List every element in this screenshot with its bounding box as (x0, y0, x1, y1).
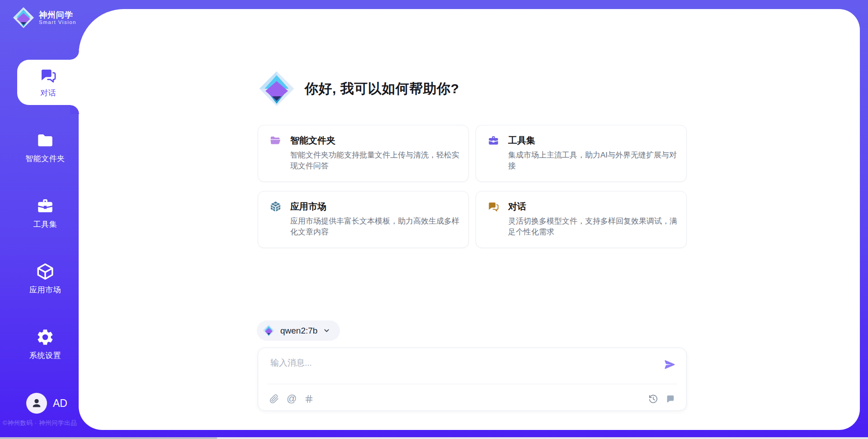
sidebar-item-label: 系统设置 (29, 350, 61, 361)
history-icon[interactable] (648, 394, 658, 404)
sidebar-item-label: 对话 (40, 88, 56, 98)
toolbox-icon (36, 196, 55, 215)
card-title: 应用市场 (290, 200, 326, 213)
card-toolset[interactable]: 工具集 集成市场上主流工具，助力AI与外界无缝扩展与对接 (476, 125, 687, 182)
sidebar-item-settings[interactable]: 系统设置 (12, 322, 79, 366)
brand-subtitle: Smart Vision (39, 19, 76, 25)
open-folder-icon (269, 134, 282, 147)
horizontal-scrollbar[interactable] (0, 437, 868, 439)
brand-logo-icon (13, 7, 34, 29)
chevron-down-icon (323, 327, 330, 334)
model-logo-icon (263, 324, 275, 337)
greeting: 你好, 我可以如何帮助你? (259, 71, 459, 107)
app-logo-icon (259, 71, 295, 107)
tab-fillet-bottom (70, 105, 79, 114)
person-icon (30, 397, 43, 410)
chat-bubble-icon[interactable] (665, 394, 675, 404)
tab-fillet-top (70, 51, 79, 60)
send-icon[interactable] (664, 358, 676, 371)
model-selector[interactable]: qwen2:7b (257, 320, 340, 341)
feature-cards: 智能文件夹 智能文件夹功能支持批量文件上传与清洗，轻松实现文件问答 工具集 集成… (258, 125, 687, 248)
chat-bubbles-icon (487, 200, 500, 213)
card-title: 对话 (508, 200, 526, 213)
folder-icon (36, 131, 55, 150)
mention-icon[interactable]: @ (287, 394, 297, 404)
composer: @ (258, 348, 687, 411)
sidebar-item-label: 工具集 (33, 219, 57, 229)
card-title: 智能文件夹 (290, 134, 335, 147)
brand-name: 神州问学 (39, 10, 76, 20)
scrollbar-thumb[interactable] (0, 437, 217, 439)
hash-icon[interactable] (304, 394, 314, 404)
attachment-icon[interactable] (269, 394, 279, 404)
user-profile[interactable]: AD (26, 393, 67, 414)
card-description: 智能文件夹功能支持批量文件上传与清洗，轻松实现文件问答 (290, 150, 460, 172)
app-window: 神州问学 Smart Vision 对话 智能文件夹 (0, 0, 868, 439)
toolbox-icon (487, 134, 500, 147)
card-smart-folder[interactable]: 智能文件夹 智能文件夹功能支持批量文件上传与清洗，轻松实现文件问答 (258, 125, 469, 182)
card-description: 应用市场提供丰富长文本模板，助力高效生成多样化文章内容 (290, 216, 460, 238)
card-chat[interactable]: 对话 灵活切换多模型文件，支持多样回复效果调试，满足个性化需求 (476, 191, 687, 248)
card-app-market[interactable]: 应用市场 应用市场提供丰富长文本模板，助力高效生成多样化文章内容 (258, 191, 469, 248)
gear-icon (36, 328, 55, 347)
grid-cube-icon (269, 200, 282, 213)
card-description: 灵活切换多模型文件，支持多样回复效果调试，满足个性化需求 (508, 216, 678, 238)
cube-icon (36, 262, 55, 281)
brand: 神州问学 Smart Vision (13, 7, 76, 29)
sidebar-item-toolset[interactable]: 工具集 (12, 191, 79, 234)
greeting-title: 你好, 我可以如何帮助你? (305, 80, 459, 98)
sidebar-item-label: 智能文件夹 (25, 153, 65, 164)
sidebar-item-app-market[interactable]: 应用市场 (12, 257, 79, 300)
sidebar-item-label: 应用市场 (29, 285, 61, 295)
card-description: 集成市场上主流工具，助力AI与外界无缝扩展与对接 (508, 150, 678, 172)
model-name: qwen2:7b (280, 326, 317, 336)
chat-bubbles-icon (39, 67, 57, 85)
sidebar-footer: ©神州数码 · 神州问学出品 (0, 419, 80, 427)
sidebar-item-chat[interactable]: 对话 (17, 60, 79, 105)
avatar (26, 393, 47, 414)
user-label: AD (53, 397, 67, 410)
message-input[interactable] (270, 357, 650, 380)
card-title: 工具集 (508, 134, 535, 147)
sidebar-item-smart-folder[interactable]: 智能文件夹 (12, 125, 79, 169)
composer-divider (267, 384, 677, 384)
